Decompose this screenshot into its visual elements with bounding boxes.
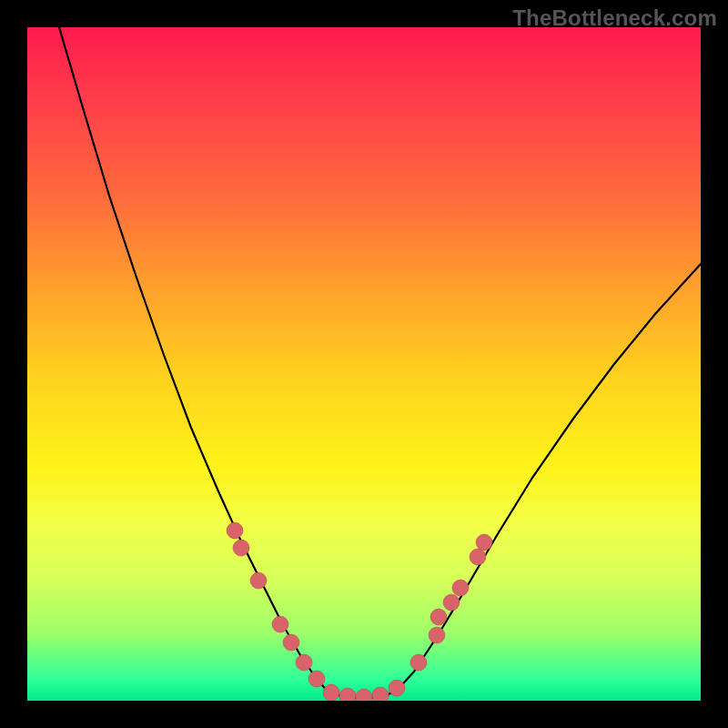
left-dot-4 [272, 616, 288, 632]
flat-dot-3 [356, 689, 372, 701]
chart-frame: TheBottleneck.com [0, 0, 728, 728]
curve-overlay [27, 27, 701, 701]
right-dot-2 [410, 654, 427, 671]
right-dot-4 [430, 609, 447, 625]
bottleneck-curve [59, 27, 701, 698]
right-dot-6 [452, 580, 469, 596]
right-dot-7 [470, 549, 486, 565]
right-dot-5 [443, 594, 460, 611]
flat-dot-2 [339, 688, 356, 701]
left-dot-5 [283, 634, 299, 651]
right-dot-8 [476, 534, 492, 551]
flat-dot-4 [372, 687, 389, 701]
watermark-text: TheBottleneck.com [512, 5, 717, 31]
left-dot-1 [227, 522, 243, 539]
left-dot-2 [233, 540, 249, 556]
right-dot-1 [389, 680, 405, 696]
left-dot-7 [308, 671, 325, 687]
right-dot-3 [429, 627, 445, 643]
left-dot-6 [296, 654, 312, 671]
flat-dot-1 [323, 684, 339, 701]
left-dot-3 [250, 572, 267, 589]
plot-area [27, 27, 701, 701]
